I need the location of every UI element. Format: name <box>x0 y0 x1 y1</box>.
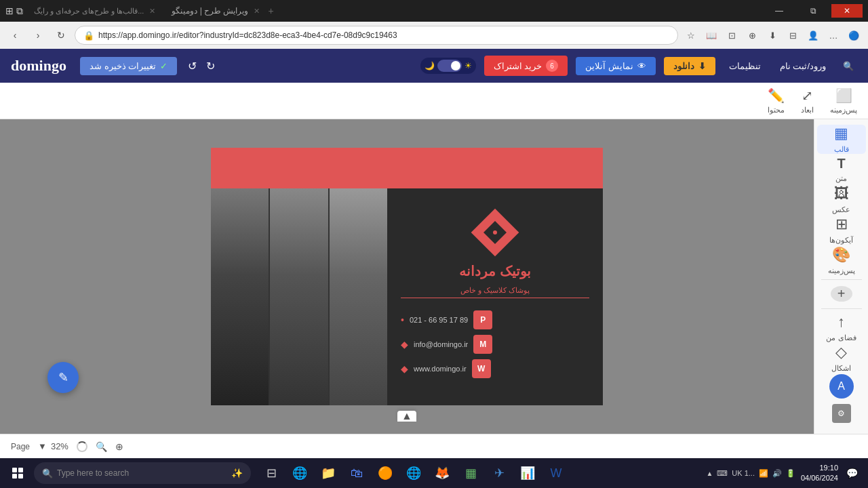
main-area: 🛒 افزودن طرح به سبد خرید i domingo domin… <box>0 119 868 434</box>
fab-button[interactable]: ✎ <box>47 362 79 393</box>
contact-info: P 021 - 66 95 17 89 • M info@domingo.ir … <box>401 310 589 378</box>
email-text: info@domingo.ir <box>414 340 468 348</box>
sidebar-separator-2 <box>821 308 862 309</box>
toolbar: ⬜ پس‌زمینه ⤢ ابعاد ✏️ محتوا <box>0 83 868 119</box>
sidebar-label-shapes: اشکال <box>831 364 851 373</box>
redo-button[interactable]: ↻ <box>203 58 218 74</box>
zoom-dropdown-icon[interactable]: ▼ <box>38 441 47 451</box>
telegram-taskbar[interactable]: ✈ <box>486 458 513 488</box>
template-icon: ▦ <box>834 125 848 142</box>
background-icon: ⬜ <box>835 87 852 104</box>
website-icon-box: W <box>472 359 491 378</box>
split-icon[interactable]: ⊡ <box>723 26 741 44</box>
volume-icon[interactable]: 🔊 <box>772 469 782 478</box>
settings-sidebar-button[interactable]: ⚙ <box>832 404 851 423</box>
app2-taskbar[interactable]: 🌐 <box>400 458 427 488</box>
sidebar-item-template[interactable]: ▦ قالب <box>817 125 866 154</box>
sidebar-item-myspace[interactable]: ↑ فضای من <box>817 313 866 342</box>
subscribe-label: خرید اشتراک <box>494 61 542 71</box>
preview-icon: 👁 <box>637 61 646 71</box>
phone-dot: • <box>401 314 404 325</box>
collections-icon[interactable]: ⊟ <box>784 26 802 44</box>
notification-button[interactable]: 💬 <box>844 465 860 481</box>
tray-expand[interactable]: ▲ <box>706 470 713 477</box>
restore-button[interactable]: ⧉ <box>797 4 829 18</box>
email-dot: ◆ <box>401 339 408 350</box>
app3-taskbar[interactable]: ▦ <box>457 458 484 488</box>
photo-person-2 <box>270 188 328 405</box>
toggle-track <box>437 60 462 72</box>
undo-redo-controls: ↺ ↻ <box>185 58 218 74</box>
taskbar-search[interactable]: 🔍 Type here to search ✨ <box>34 462 251 484</box>
favorites-icon[interactable]: ☆ <box>682 26 700 44</box>
read-icon[interactable]: 📖 <box>703 26 720 44</box>
refresh-button[interactable]: ↻ <box>52 26 71 45</box>
ai-assistant-button[interactable]: A <box>829 374 854 399</box>
store-taskbar[interactable]: 🛍 <box>343 458 370 488</box>
sidebar-label-text: متن <box>835 174 847 183</box>
text-icon: T <box>837 156 845 171</box>
start-button[interactable] <box>3 458 33 488</box>
background-sidebar-icon: 🎨 <box>832 246 850 264</box>
content-tool[interactable]: ✏️ محتوا <box>768 87 785 115</box>
save-label: تغییرات ذخیره شد <box>90 61 156 71</box>
edge-icon[interactable]: 🔵 <box>845 26 863 44</box>
theme-toggle[interactable]: 🌙 ☀ <box>420 58 476 74</box>
tab-title-active: ویرایش طرح | دومینگو <box>172 6 248 16</box>
sparkle-icon: ✨ <box>231 468 243 479</box>
explorer-taskbar[interactable]: 📁 <box>315 458 342 488</box>
sidebar-item-text[interactable]: T متن <box>817 155 866 184</box>
website-text: www.domingo.ir <box>414 365 467 373</box>
card-header-strip <box>211 148 603 188</box>
download-button[interactable]: ⬇ دانلود <box>664 57 715 75</box>
expand-canvas-button[interactable]: ▲ <box>397 411 416 422</box>
address-input[interactable]: 🔒 https://app.domingo.ir/editor?industry… <box>75 26 678 45</box>
brand-logo <box>471 209 519 256</box>
more-button[interactable]: … <box>825 26 842 44</box>
photo-icon: 🖼 <box>834 185 849 203</box>
chrome-taskbar[interactable]: 🟠 <box>372 458 399 488</box>
zoom-in-button[interactable]: ⊕ <box>115 441 123 452</box>
sidebar-item-background[interactable]: 🎨 پس‌زمینه <box>817 246 866 275</box>
card-canvas: domingo domingo domingo domingo domingo … <box>211 148 603 405</box>
search-header-icon[interactable]: 🔍 <box>840 57 857 75</box>
word-taskbar[interactable]: W <box>542 458 570 488</box>
back-button[interactable]: ‹ <box>5 26 24 45</box>
zoom-level: 32% <box>51 441 68 451</box>
forward-button[interactable]: › <box>28 26 47 45</box>
undo-button[interactable]: ↺ <box>185 58 199 74</box>
excel-taskbar[interactable]: 📊 <box>514 458 541 488</box>
preview-label: نمایش آنلاین <box>585 61 633 71</box>
sidebar-add-button[interactable]: + <box>831 286 852 302</box>
extensions-icon[interactable]: ⊕ <box>743 26 761 44</box>
edge-taskbar[interactable]: 🌐 <box>286 458 313 488</box>
sidebar-item-icons[interactable]: ⊞ آیکون‌ها <box>817 216 866 245</box>
phone-row: P 021 - 66 95 17 89 • <box>401 310 589 329</box>
save-button[interactable]: تغییرات ذخیره شد ✓ <box>80 57 177 75</box>
firefox-taskbar[interactable]: 🦊 <box>429 458 456 488</box>
taskbar-apps: ⊟ 🌐 📁 🛍 🟠 🌐 🦊 ▦ ✈ 📊 W <box>252 458 575 488</box>
minimize-button[interactable]: — <box>764 4 795 18</box>
tray-clock[interactable]: 19:10 04/06/2024 <box>801 463 838 484</box>
zoom-out-button[interactable]: 🔍 <box>96 441 107 452</box>
language-indicator[interactable]: UK 1... <box>732 469 755 477</box>
preview-button[interactable]: 👁 نمایش آنلاین <box>576 57 656 75</box>
close-button[interactable]: ✕ <box>831 4 863 18</box>
subscribe-button[interactable]: 6 خرید اشتراک <box>484 56 568 76</box>
sidebar-item-photo[interactable]: 🖼 عکس <box>817 185 866 214</box>
moon-icon: 🌙 <box>425 61 435 70</box>
dimensions-icon: ⤢ <box>802 87 813 104</box>
settings-button[interactable]: تنظیمات <box>724 58 766 74</box>
download-icon: ⬇ <box>698 61 706 71</box>
login-button[interactable]: ورود/ثبت نام <box>774 58 831 74</box>
subscribe-badge: 6 <box>546 60 558 72</box>
profile-icon[interactable]: 👤 <box>804 26 822 44</box>
battery-icon: 🔋 <box>786 469 795 478</box>
dimensions-tool[interactable]: ⤢ ابعاد <box>801 87 814 115</box>
taskview-button[interactable]: ⊟ <box>258 458 285 488</box>
downloads-icon[interactable]: ⬇ <box>764 26 781 44</box>
background-tool[interactable]: ⬜ پس‌زمینه <box>830 87 857 115</box>
sidebar-label-icons: آیکون‌ها <box>829 236 853 245</box>
canvas-area[interactable]: 🛒 افزودن طرح به سبد خرید i domingo domin… <box>0 119 814 434</box>
sidebar-item-shapes[interactable]: ◇ اشکال <box>817 344 866 373</box>
